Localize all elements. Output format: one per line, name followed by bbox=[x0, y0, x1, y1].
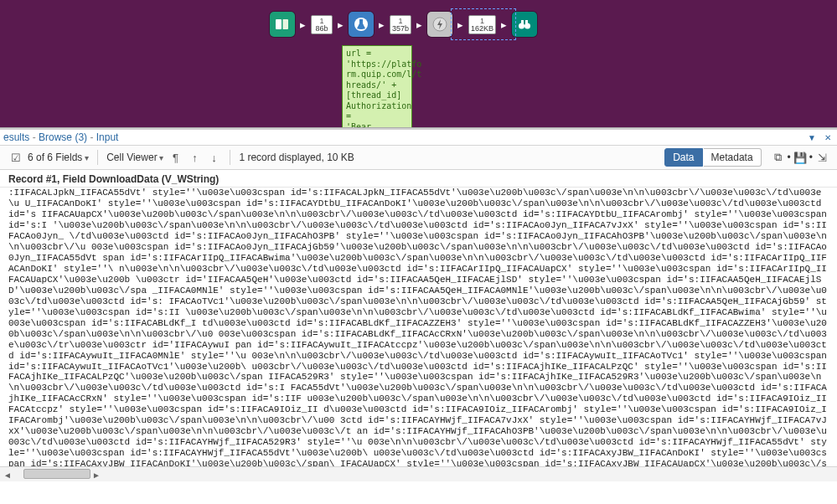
connector-tag-3[interactable]: 1 162KB bbox=[468, 15, 496, 34]
annotation-box[interactable]: url = 'https://platfo rm.quip.com/l/t hr… bbox=[342, 45, 412, 127]
save-icon[interactable]: 💾 bbox=[792, 150, 809, 165]
records-label: 1 record displayed, 10 KB bbox=[239, 152, 354, 163]
scroll-thumb[interactable] bbox=[23, 469, 90, 479]
tool-download[interactable] bbox=[427, 12, 452, 37]
tab-dropdown-icon[interactable]: ▼ bbox=[805, 133, 819, 142]
connector-arrow: ▸ bbox=[501, 18, 507, 31]
workflow-canvas[interactable]: ▸ 1 86b ▸ ▸ 1 357b ▸ ▸ 1 162KB ▸ url = '… bbox=[0, 0, 837, 127]
pilcrow-icon[interactable]: ¶ bbox=[168, 150, 183, 165]
data-tab-button[interactable]: Data bbox=[664, 148, 702, 167]
scroll-right-icon[interactable]: ► bbox=[89, 467, 104, 481]
arrow-up-icon[interactable]: ↑ bbox=[187, 150, 202, 165]
connector-arrow: ▸ bbox=[457, 18, 463, 31]
conn1-size: 86b bbox=[313, 25, 330, 33]
tool-formula[interactable] bbox=[349, 12, 374, 37]
check-icon[interactable]: ☑ bbox=[8, 150, 23, 165]
tab-close-icon[interactable]: ✕ bbox=[822, 133, 834, 142]
svg-rect-0 bbox=[276, 19, 282, 29]
scroll-left-icon[interactable]: ◄ bbox=[0, 467, 15, 481]
connector-arrow: ▸ bbox=[338, 18, 344, 31]
horizontal-scrollbar[interactable]: ◄ ► bbox=[0, 466, 837, 481]
connector-tag-2[interactable]: 1 357b bbox=[390, 15, 411, 34]
connector-arrow: ▸ bbox=[300, 18, 306, 31]
browse-tab[interactable]: esults - Browse (3) - Input bbox=[3, 131, 118, 143]
connector-arrow: ▸ bbox=[416, 18, 422, 31]
fields-dropdown[interactable]: 6 of 6 Fields bbox=[28, 152, 89, 163]
popout-icon[interactable]: ⇲ bbox=[814, 150, 830, 165]
record-body[interactable]: :IIFACALJpkN_IIFACA55dVt' style=''\u003e… bbox=[0, 187, 837, 466]
conn2-size: 357b bbox=[392, 25, 409, 33]
metadata-tab-button[interactable]: Metadata bbox=[704, 148, 762, 167]
svg-rect-7 bbox=[521, 20, 524, 24]
cell-viewer-dropdown[interactable]: Cell Viewer bbox=[106, 152, 163, 163]
svg-rect-8 bbox=[525, 20, 528, 24]
connector-tag-1[interactable]: 1 86b bbox=[311, 15, 333, 34]
copy-icon[interactable]: ⧉ bbox=[770, 150, 787, 165]
results-tab-bar: esults - Browse (3) - Input ▼ ✕ bbox=[0, 130, 837, 146]
tab-label-b: Browse (3) bbox=[39, 131, 87, 143]
record-header: Record #1, Field DownloadData (V_WString… bbox=[0, 170, 837, 187]
results-toolbar: ☑ 6 of 6 Fields Cell Viewer ¶ ↑ ↓ 1 reco… bbox=[0, 146, 837, 170]
conn3-size: 162KB bbox=[471, 25, 493, 33]
connector-arrow: ▸ bbox=[379, 18, 385, 31]
arrow-down-icon[interactable]: ↓ bbox=[206, 150, 221, 165]
tab-label-a: esults bbox=[3, 131, 29, 143]
tab-label-c: Input bbox=[96, 131, 119, 143]
tool-text-input[interactable] bbox=[270, 12, 295, 37]
tool-browse[interactable] bbox=[512, 12, 537, 37]
svg-rect-1 bbox=[282, 19, 288, 29]
